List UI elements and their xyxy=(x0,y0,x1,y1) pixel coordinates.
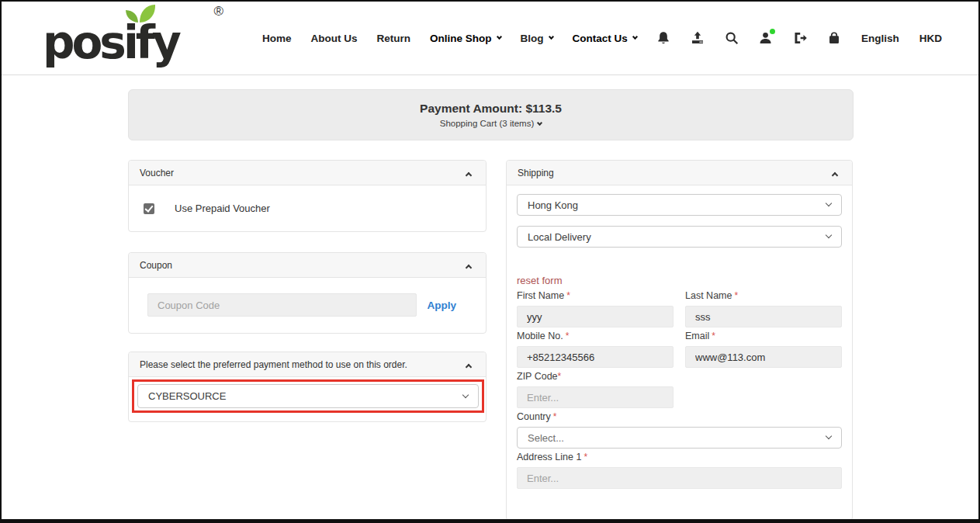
language-selector[interactable]: English xyxy=(861,33,899,44)
chevron-down-icon xyxy=(462,391,469,397)
nav-about-us[interactable]: About Us xyxy=(311,33,358,44)
nav-return[interactable]: Return xyxy=(377,33,411,44)
email-label: Email* xyxy=(685,331,842,341)
currency-selector[interactable]: HKD xyxy=(919,33,942,44)
nav-home[interactable]: Home xyxy=(262,33,292,44)
chevron-down-icon xyxy=(496,33,501,39)
first-name-input[interactable] xyxy=(517,306,674,327)
nav-contact-us[interactable]: Contact Us xyxy=(573,33,637,44)
first-name-label: First Name* xyxy=(517,290,674,301)
voucher-title: Voucher xyxy=(140,168,174,178)
address-line-1-label: Address Line 1* xyxy=(517,452,842,462)
shipping-panel: Shipping Hong Kong Local Delivery rese xyxy=(506,160,853,521)
required-asterisk: * xyxy=(712,331,715,341)
notification-bell-icon[interactable] xyxy=(656,31,670,45)
payment-amount: Payment Amount: $113.5 xyxy=(129,102,853,116)
shipping-region-select[interactable]: Hong Kong xyxy=(517,194,842,216)
prepaid-voucher-checkbox[interactable] xyxy=(144,203,154,214)
red-highlight-annotation: CYBERSOURCE xyxy=(132,379,484,413)
mobile-label: Mobile No.* xyxy=(517,331,674,341)
account-user-icon[interactable] xyxy=(759,31,773,45)
payment-method-title: Please select the preferred payment meth… xyxy=(140,359,407,370)
required-asterisk: * xyxy=(566,290,570,301)
checkout-page: Payment Amount: $113.5 Shopping Cart (3 … xyxy=(2,89,978,521)
brand-logo[interactable]: posify ® xyxy=(43,7,217,69)
chevron-down-icon xyxy=(826,433,832,439)
sign-out-icon[interactable] xyxy=(793,31,807,45)
payment-method-panel-header[interactable]: Please select the preferred payment meth… xyxy=(129,352,486,377)
zip-code-input[interactable] xyxy=(517,386,674,408)
delivery-method-select[interactable]: Local Delivery xyxy=(517,226,842,248)
apply-coupon-button[interactable]: Apply xyxy=(427,300,456,311)
shipping-panel-header[interactable]: Shipping xyxy=(507,161,852,185)
chevron-up-icon[interactable] xyxy=(466,172,472,178)
address-line-1-input[interactable] xyxy=(517,467,842,489)
prepaid-voucher-label: Use Prepaid Voucher xyxy=(175,203,270,214)
required-asterisk: * xyxy=(553,411,557,422)
payment-method-panel: Please select the preferred payment meth… xyxy=(128,352,487,422)
shipping-address-form: First Name* Last Name* Mobile No.* xyxy=(517,287,842,489)
chevron-up-icon[interactable] xyxy=(466,364,472,370)
main-nav: Home About Us Return Online Shop Blog Co… xyxy=(262,33,637,44)
reset-form-link[interactable]: reset form xyxy=(517,275,563,286)
country-label: Country* xyxy=(517,411,842,422)
registered-mark: ® xyxy=(213,4,223,19)
chevron-down-icon xyxy=(826,200,832,206)
payment-method-select[interactable]: CYBERSOURCE xyxy=(137,384,479,408)
country-select[interactable]: Select... xyxy=(517,427,842,449)
cart-summary-toggle[interactable]: Shopping Cart (3 items) xyxy=(440,119,542,128)
coupon-code-input[interactable] xyxy=(147,293,417,317)
required-asterisk: * xyxy=(734,290,738,301)
chevron-up-icon[interactable] xyxy=(466,265,472,271)
payment-summary: Payment Amount: $113.5 Shopping Cart (3 … xyxy=(128,89,854,140)
chevron-down-icon xyxy=(632,33,638,39)
online-status-dot xyxy=(770,29,775,34)
last-name-label: Last Name* xyxy=(685,290,842,301)
coupon-panel-header[interactable]: Coupon xyxy=(129,253,486,278)
brand-name: posify xyxy=(43,16,178,69)
coupon-title: Coupon xyxy=(140,260,172,271)
shopping-bag-icon[interactable] xyxy=(827,31,841,45)
upload-icon[interactable] xyxy=(691,31,705,45)
nav-blog[interactable]: Blog xyxy=(521,33,553,44)
required-asterisk: * xyxy=(558,371,562,382)
zip-code-label: ZIP Code* xyxy=(517,371,674,382)
voucher-panel-header[interactable]: Voucher xyxy=(129,161,486,185)
chevron-down-icon xyxy=(537,120,542,126)
required-asterisk: * xyxy=(583,452,587,462)
mobile-input[interactable] xyxy=(517,346,674,368)
search-icon[interactable] xyxy=(725,31,739,45)
coupon-panel: Coupon Apply xyxy=(128,252,487,334)
chevron-down-icon xyxy=(826,232,832,238)
chevron-up-icon[interactable] xyxy=(832,172,838,178)
header-actions: English HKD xyxy=(656,31,942,45)
chevron-down-icon xyxy=(548,33,553,39)
last-name-input[interactable] xyxy=(685,306,842,327)
required-asterisk: * xyxy=(566,331,570,341)
nav-online-shop[interactable]: Online Shop xyxy=(430,33,501,44)
voucher-panel: Voucher Use Prepaid Voucher xyxy=(128,160,487,232)
site-header: posify ® Home About Us Return Online Sho… xyxy=(2,2,978,75)
shipping-title: Shipping xyxy=(518,168,554,178)
email-input[interactable] xyxy=(685,346,842,368)
